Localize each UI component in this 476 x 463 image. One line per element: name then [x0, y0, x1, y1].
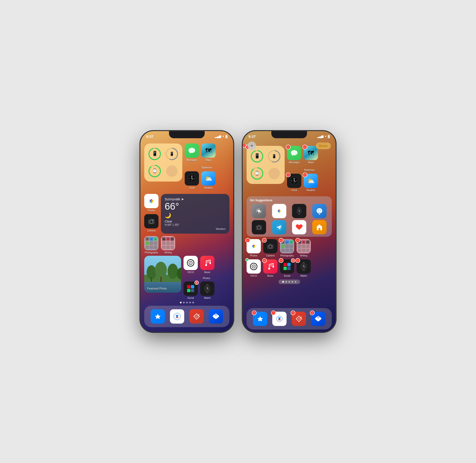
row-edit-apps1: − Photos	[247, 239, 332, 257]
siri-watch-app[interactable]	[290, 204, 308, 218]
app-vsco[interactable]: VSCO	[183, 256, 198, 274]
music-label-edit: Music	[267, 275, 273, 277]
remove-photos[interactable]: −	[245, 238, 250, 243]
apps-col-right-edit: − Messages − 🗺 Maps	[287, 146, 332, 194]
page-dots	[140, 302, 233, 303]
remove-social[interactable]: −	[279, 258, 283, 263]
siri-camera[interactable]	[250, 220, 268, 234]
row-clock-weather: 12 6 9 3 Clock	[185, 171, 229, 189]
photos-icon	[144, 194, 159, 208]
app-music-edit[interactable]: − Music	[263, 259, 278, 277]
remove-camera[interactable]: −	[262, 238, 267, 243]
safari-icon	[170, 309, 184, 324]
weather-hl: H:84° L:60°	[165, 223, 226, 226]
dock-safari[interactable]	[170, 309, 184, 324]
app-writing[interactable]: ▲ B ∞ Writing	[161, 236, 175, 254]
app-photography-edit[interactable]: − ⚙ △ ∞ 🌿 Photography	[280, 239, 294, 257]
add-widget-button[interactable]: +	[248, 142, 256, 150]
svg-point-32	[150, 221, 153, 223]
settings-icon	[252, 204, 266, 218]
dock-dropbox-edit[interactable]: −	[311, 312, 325, 326]
remove-watch[interactable]: −	[295, 258, 300, 263]
dock-dropbox[interactable]	[209, 309, 223, 324]
remove-spark[interactable]: −	[291, 311, 295, 315]
remove-appstore[interactable]: −	[252, 311, 257, 315]
social-badge-edit: 1	[291, 258, 295, 263]
app-writing-edit[interactable]: − ▲ B ∞ Writing	[296, 239, 311, 257]
edit-dot-2	[285, 281, 287, 283]
app-watch-edit[interactable]: − Watch	[296, 259, 311, 277]
app-photography[interactable]: ⚙ △ ∞ 🌿 Photography	[144, 236, 159, 254]
top-row-edit: − 📱	[247, 146, 332, 194]
batteries-widget[interactable]: 📱 📱	[144, 143, 182, 182]
battery-p2-edit: 📱	[267, 149, 282, 164]
remove-music[interactable]: −	[262, 258, 267, 263]
dock-spark[interactable]	[189, 309, 204, 324]
app-weather-icon[interactable]: ⛅ Weather	[201, 171, 216, 189]
remove-writing[interactable]: −	[295, 238, 300, 243]
page-dots-edit-wrap	[247, 280, 332, 284]
page-dot-1	[180, 302, 182, 303]
svg-text:📱: 📱	[170, 151, 174, 156]
batteries-label-edit: Batteries	[287, 169, 332, 171]
app-vsco-edit[interactable]: VSCO	[247, 259, 261, 277]
app-social-edit[interactable]: − 1 Social	[280, 259, 294, 277]
svg-point-126	[269, 246, 271, 248]
siri-photos[interactable]	[270, 204, 288, 218]
dock-safari-edit[interactable]: −	[272, 312, 287, 326]
camera-icon	[144, 214, 159, 228]
row-featured-apps: Featured Photo	[144, 256, 229, 302]
app-messages[interactable]: Messages	[185, 143, 199, 161]
featured-photo-label: Featured Photo	[147, 287, 167, 290]
signal-icon: ▂▄▆	[215, 135, 221, 138]
app-social[interactable]: 1 Social	[183, 281, 198, 299]
siri-settings[interactable]	[250, 204, 268, 218]
siri-telegram[interactable]	[270, 220, 288, 234]
siri-home[interactable]	[310, 220, 329, 234]
app-photos[interactable]: Photos	[144, 194, 159, 212]
siri-health[interactable]	[290, 220, 308, 234]
writing-icon-3: ∞	[171, 237, 174, 241]
featured-photo-widget[interactable]: Featured Photo	[144, 256, 181, 293]
svg-text:9: 9	[189, 178, 190, 179]
svg-point-20	[192, 178, 192, 179]
dock-spark-edit[interactable]: −	[292, 312, 306, 326]
folder-icon-9	[154, 246, 157, 249]
remove-clock[interactable]: −	[286, 172, 291, 177]
app-photos-edit[interactable]: − Photos	[247, 239, 261, 257]
apps-right-col: VSCO	[183, 256, 229, 302]
app-camera-edit[interactable]: − Camera	[263, 239, 278, 257]
app-weather-edit[interactable]: − ⛅ Weather	[304, 174, 318, 192]
remove-photography[interactable]: −	[279, 238, 283, 243]
svg-rect-135	[283, 263, 287, 266]
app-watch[interactable]: Watch	[200, 281, 215, 299]
svg-text:📱: 📱	[272, 154, 277, 159]
dock-appstore[interactable]	[151, 309, 165, 324]
done-button[interactable]: Done	[316, 142, 331, 149]
svg-rect-54	[191, 289, 194, 292]
weather-widget[interactable]: Sunnyvale ➤ 66° 🌙 Clear H:84° L:60° Weat…	[161, 194, 229, 234]
page-dots-edit	[278, 280, 300, 284]
siri-tweetbot[interactable]	[310, 204, 329, 218]
app-music[interactable]: Music	[200, 256, 215, 274]
battery-iphone: 📱	[147, 146, 162, 161]
remove-weather[interactable]: −	[303, 172, 307, 177]
row-clock-weather-edit: − 12 6 9 3	[287, 174, 332, 192]
svg-point-105	[316, 208, 322, 214]
svg-point-80	[269, 168, 280, 179]
app-clock-edit[interactable]: − 12 6 9 3	[287, 174, 301, 192]
svg-rect-52	[191, 285, 194, 288]
home-content-edit: − 📱	[243, 144, 336, 332]
tweetbot-icon-siri	[312, 204, 327, 218]
home-icon-siri	[312, 220, 327, 234]
row-vsco-music: VSCO	[183, 256, 229, 274]
camera-icon-siri	[252, 220, 266, 234]
app-maps[interactable]: 🗺 Maps	[201, 143, 216, 161]
app-clock[interactable]: 12 6 9 3 Clock	[185, 171, 199, 189]
app-camera[interactable]: Camera	[144, 214, 159, 232]
music-icon	[200, 256, 215, 270]
dock-appstore-edit[interactable]: −	[253, 312, 267, 326]
batteries-widget-edit[interactable]: 📱 📱	[247, 146, 285, 184]
svg-rect-136	[287, 263, 291, 266]
weather-label-edit: Weather	[306, 189, 315, 192]
